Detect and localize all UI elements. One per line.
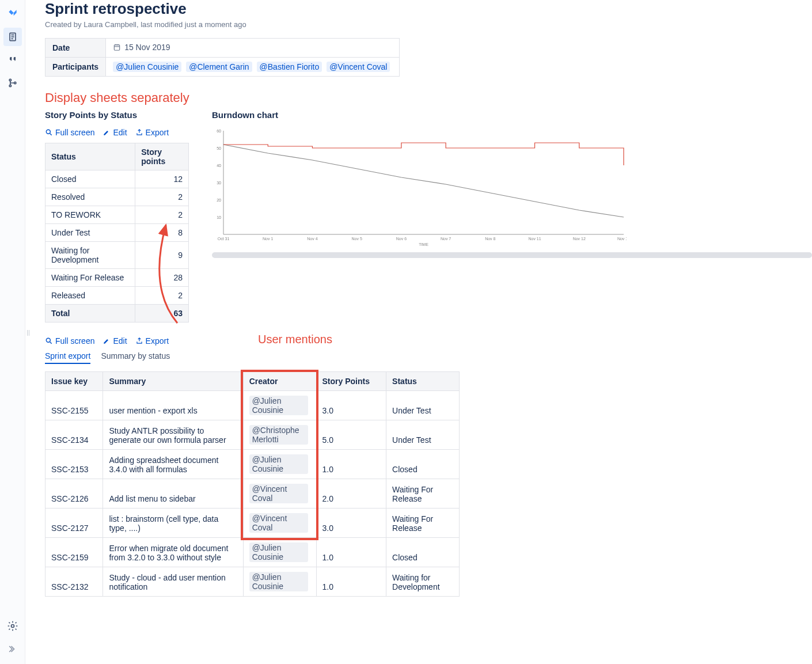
pencil-icon [103, 128, 111, 136]
svg-line-13 [50, 134, 52, 135]
byline: Created by Laura Campbell, last modified… [45, 20, 812, 29]
tab-summary-by-status[interactable]: Summary by status [101, 351, 170, 364]
edit-link[interactable]: Edit [103, 128, 127, 137]
mention[interactable]: @Bastien Fiorito [257, 62, 322, 72]
mention[interactable]: @Julien Cousinie [249, 572, 308, 591]
creator-cell: @Julien Cousinie [243, 567, 316, 597]
summary-header: Summary [103, 372, 243, 391]
svg-point-4 [9, 79, 11, 81]
tab-sprint-export[interactable]: Sprint export [45, 351, 90, 364]
points-cell: 3.0 [316, 391, 386, 420]
mention[interactable]: @Julien Cousinie [249, 454, 308, 474]
chart-wrap: 102030405060Oct 31Nov 1Nov 4Nov 5Nov 6No… [212, 128, 812, 258]
table-row: SSC-2134 Study ANTLR possibility to gene… [45, 420, 460, 450]
mention[interactable]: @Julien Cousinie [113, 62, 181, 72]
full-screen-link[interactable]: Full screen [45, 128, 94, 137]
status-cell: Waiting for Development [45, 242, 135, 269]
summary-cell: list : brainstorm (cell type, data type,… [103, 509, 243, 538]
svg-text:Nov 1: Nov 1 [263, 237, 273, 241]
status-cell: Under Test [386, 391, 460, 420]
svg-text:Oct 31: Oct 31 [218, 237, 230, 241]
points-cell: 1.0 [316, 538, 386, 567]
table-row: SSC-2155 user mention - export xls @Juli… [45, 391, 460, 420]
summary-cell: user mention - export xls [103, 391, 243, 420]
issues-table: Issue key Summary Creator Story Points S… [45, 371, 460, 597]
table-row: Under Test8 [45, 224, 189, 242]
points-cell: 2 [135, 287, 189, 305]
export-link[interactable]: Export [135, 336, 169, 346]
table-row: Waiting for Development9 [45, 242, 189, 269]
svg-text:Nov 11: Nov 11 [528, 237, 541, 241]
creator-cell: @Julien Cousinie [243, 538, 316, 567]
mention[interactable]: @Christophe Merlotti [249, 425, 308, 445]
summary-cell: Error when migrate old document from 3.2… [103, 538, 243, 567]
creator-header: Creator [243, 372, 316, 391]
full-screen-link[interactable]: Full screen [45, 336, 94, 346]
participants-cell: @Julien Cousinie @Clement Garin @Bastien… [106, 58, 400, 77]
expand-icon[interactable] [3, 640, 22, 658]
svg-text:50: 50 [217, 146, 221, 150]
svg-point-7 [11, 625, 14, 628]
status-cell: Under Test [45, 224, 135, 242]
points-cell: 28 [135, 269, 189, 287]
mention[interactable]: @Vincent Coval [327, 62, 390, 72]
date-value: 15 Nov 2019 [124, 43, 170, 52]
mention[interactable]: @Julien Cousinie [249, 542, 308, 562]
tree-icon[interactable] [3, 74, 22, 92]
issue-key-header: Issue key [45, 372, 103, 391]
status-cell: Waiting For Release [45, 269, 135, 287]
status-cell: Under Test [386, 420, 460, 450]
logo-icon[interactable] [3, 5, 22, 23]
issue-key-cell: SSC-2132 [45, 567, 103, 597]
edit-link[interactable]: Edit [103, 336, 127, 346]
main-content: Sprint retrospective Created by Laura Ca… [31, 0, 812, 664]
quote-icon[interactable] [3, 51, 22, 69]
issue-key-cell: SSC-2159 [45, 538, 103, 567]
svg-text:Nov 5: Nov 5 [352, 237, 362, 241]
svg-text:20: 20 [217, 198, 221, 202]
export-link[interactable]: Export [135, 128, 169, 137]
pencil-icon [103, 337, 111, 345]
burndown-column: Burndown chart 102030405060Oct 31Nov 1No… [212, 110, 812, 258]
status-header: Status [386, 372, 460, 391]
svg-text:Nov 7: Nov 7 [441, 237, 451, 241]
tabs: Sprint export Summary by status [45, 351, 235, 365]
mention[interactable]: @Julien Cousinie [249, 396, 308, 415]
points-cell: 8 [135, 224, 189, 242]
search-icon [45, 128, 53, 136]
page-icon[interactable] [3, 28, 22, 46]
status-table: Status Story points Closed12Resolved2TO … [45, 143, 189, 322]
mention[interactable]: @Vincent Coval [249, 513, 308, 533]
table-row: Closed12 [45, 170, 189, 188]
status-cell: Closed [386, 538, 460, 567]
export-icon [135, 128, 143, 136]
status-cell: Waiting for Development [386, 567, 460, 597]
points-cell: 2.0 [316, 479, 386, 509]
summary-cell: Study ANTLR possibility to generate our … [103, 420, 243, 450]
mention[interactable]: @Vincent Coval [249, 484, 308, 503]
svg-text:60: 60 [217, 129, 221, 133]
status-cell: Waiting For Release [386, 509, 460, 538]
points-cell: 2 [135, 206, 189, 224]
table-row: Resolved2 [45, 188, 189, 206]
total-label: Total [45, 305, 135, 322]
table-row: Waiting For Release28 [45, 269, 189, 287]
svg-text:Nov 13: Nov 13 [617, 237, 627, 241]
creator-cell: @Vincent Coval [243, 509, 316, 538]
mention[interactable]: @Clement Garin [186, 62, 252, 72]
action-links: Full screen Edit Export [45, 128, 189, 137]
gear-icon[interactable] [3, 617, 22, 635]
summary-cell: Adding spreadsheet document 3.4.0 with a… [103, 450, 243, 479]
svg-point-5 [9, 85, 11, 86]
table-row: Released2 [45, 287, 189, 305]
summary-cell: Add list menu to sidebar [103, 479, 243, 509]
status-cell: Resolved [45, 188, 135, 206]
info-table: Date 15 Nov 2019 Participants @Julien Co… [45, 38, 400, 77]
svg-text:Nov 4: Nov 4 [307, 237, 317, 241]
issue-key-cell: SSC-2155 [45, 391, 103, 420]
table-row: SSC-2127 list : brainstorm (cell type, d… [45, 509, 460, 538]
chart-scrollbar[interactable] [212, 252, 812, 258]
participants-label: Participants [45, 58, 106, 77]
resize-handle[interactable]: || [25, 0, 31, 664]
svg-point-33 [46, 338, 50, 342]
